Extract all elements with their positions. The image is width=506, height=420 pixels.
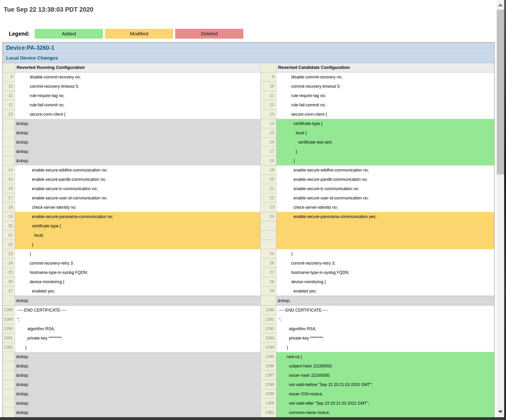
right-config-line: disable-commit-recovery no;: [276, 72, 494, 82]
left-config-line: local;: [15, 231, 260, 240]
diff-row: 19 enable-secure-panorama-communication …: [3, 212, 494, 221]
left-config-line: &nbsp;: [15, 389, 260, 399]
left-line-number: 14: [3, 166, 15, 175]
left-line-number: [3, 380, 15, 389]
diff-row: 23 }25 }: [3, 249, 494, 259]
left-line-number: 16: [3, 184, 15, 193]
right-config-line: certificate-type {: [276, 119, 494, 128]
right-line-number: 26: [260, 259, 276, 268]
left-line-number: [3, 352, 15, 361]
right-line-number: 13: [260, 110, 276, 119]
right-line-number: 1296: [260, 361, 276, 371]
left-config-line: device-monitoring {: [15, 277, 260, 287]
config-diff-table: Device:PA-3260-1 Local Device Changes Re…: [2, 42, 495, 418]
left-config-line: &nbsp;: [15, 399, 260, 408]
scroll-up-button[interactable]: [497, 0, 504, 10]
left-config-line: }: [15, 343, 260, 352]
right-config-line: common-name rootca;: [276, 408, 494, 417]
left-line-number: 15: [3, 175, 15, 184]
right-config-line: }: [276, 249, 494, 259]
left-line-number: 18: [3, 203, 15, 212]
right-config-line: enable-secure-lc-communication no;: [276, 184, 494, 193]
right-line-number: 25: [260, 249, 276, 259]
scroll-down-button[interactable]: [497, 407, 504, 417]
left-line-number: [3, 156, 15, 166]
left-line-number: 27: [3, 287, 15, 296]
left-config-line: algorithm RSA;: [15, 324, 260, 333]
left-config-line: private-key ********;: [15, 333, 260, 343]
device-header: Device:PA-3260-1: [3, 42, 494, 53]
left-config-line: check-server-identity no;: [15, 203, 260, 212]
diff-row: 22 }: [3, 240, 494, 249]
right-line-number: 1301: [260, 408, 276, 417]
right-line-number: 1299: [260, 389, 276, 399]
right-config-line: commit-recovery-retry 3;: [276, 259, 494, 268]
left-line-number: 1288: [3, 305, 15, 315]
left-line-number: 12: [3, 100, 15, 110]
left-config-line: &nbsp;: [15, 380, 260, 389]
section-header-row: Local Device Changes: [3, 53, 494, 63]
diff-row: 27 enabled yes;29 enabled yes;: [3, 287, 494, 296]
right-config-line: &nbsp;: [276, 296, 494, 305]
page-title: Tue Sep 22 13:38:03 PDT 2020: [4, 6, 93, 13]
screen-right-edge: [504, 0, 506, 420]
right-config-line: not-valid-before "Sep 22 20:21:03 2020 G…: [276, 380, 494, 389]
right-config-line: enabled yes;: [276, 287, 494, 296]
left-config-line: hostname-type-in-syslog FQDN;: [15, 268, 260, 277]
left-line-number: [3, 399, 15, 408]
right-column-header: Reverted Candidate Configuration: [276, 63, 494, 72]
scrollbar-thumb[interactable]: [497, 10, 504, 174]
diff-row: 21 local;: [3, 231, 494, 240]
right-line-number: 23: [260, 203, 276, 212]
right-line-number: 24: [260, 212, 276, 221]
diff-row: 18 check-server-identity no;23 check-ser…: [3, 203, 494, 212]
right-config-line: [276, 231, 494, 240]
left-line-number: [3, 128, 15, 138]
right-config-line: local {: [276, 128, 494, 138]
diff-row: &nbsp;1300 not-valid-after "Sep 22 20:21…: [3, 399, 494, 408]
right-config-line: }: [276, 156, 494, 166]
left-line-number: [3, 361, 15, 371]
vertical-scrollbar[interactable]: [497, 0, 504, 420]
left-config-line: &nbsp;: [15, 156, 260, 166]
right-config-line: }: [276, 343, 494, 352]
right-line-number: 1293: [260, 333, 276, 343]
left-config-line: enable-secure-panorama-communication no;: [15, 212, 260, 221]
diff-row: &nbsp;14 certificate-type {: [3, 119, 494, 128]
diff-row: 1292 }1294 }: [3, 343, 494, 352]
right-config-line: enable-secure-user-id-communication no;: [276, 193, 494, 203]
right-config-line: certificate test-cert;: [276, 138, 494, 147]
left-config-line: commit-recovery-timeout 5;: [15, 82, 260, 91]
right-config-line: -----END CERTIFICATE-----: [276, 305, 494, 315]
left-config-line: &nbsp;: [15, 128, 260, 138]
diff-row: 24 commit-recovery-retry 3;26 commit-rec…: [3, 259, 494, 268]
right-line-number: 1295: [260, 352, 276, 361]
diff-row: 1291 private-key ********;1293 private-k…: [3, 333, 494, 343]
diff-row: &nbsp;1299 issuer /CN=rootca;: [3, 389, 494, 399]
right-line-number: [260, 221, 276, 231]
diff-row: 13 secure-conn-client {13 secure-conn-cl…: [3, 110, 494, 119]
right-config-line: commit-recovery-timeout 5;: [276, 82, 494, 91]
left-column-header: Reverted Running Configuration: [15, 63, 260, 72]
left-config-line: disable-commit-recovery no;: [15, 72, 260, 82]
diff-row: 1289 ";1291 ";: [3, 315, 494, 324]
left-line-number: 11: [3, 91, 15, 100]
diff-row: 25 hostname-type-in-syslog FQDN;27 hostn…: [3, 268, 494, 277]
right-config-line: rule-require-tag no;: [276, 91, 494, 100]
right-config-line: }: [276, 147, 494, 156]
section-header: Local Device Changes: [3, 53, 494, 63]
left-line-number: ...: [3, 296, 15, 305]
left-config-line: rule-fail-commit no;: [15, 100, 260, 110]
diff-row: &nbsp;1301 common-name rootca;: [3, 408, 494, 417]
right-line-number: 15: [260, 128, 276, 138]
right-line-number: 16: [260, 138, 276, 147]
right-config-line: secure-conn-client {: [276, 110, 494, 119]
left-config-line: enable-secure-user-id-communication no;: [15, 193, 260, 203]
left-line-number: 13: [3, 110, 15, 119]
left-line-number: 24: [3, 259, 15, 268]
diff-row: 15 enable-secure-pandb-communication no;…: [3, 175, 494, 184]
diff-row: 1288 -----END CERTIFICATE-----1290 -----…: [3, 305, 494, 315]
diff-row: &nbsp;1295 root-ca {: [3, 352, 494, 361]
legend-added-box: Added: [35, 29, 103, 39]
left-config-line: secure-conn-client {: [15, 110, 260, 119]
